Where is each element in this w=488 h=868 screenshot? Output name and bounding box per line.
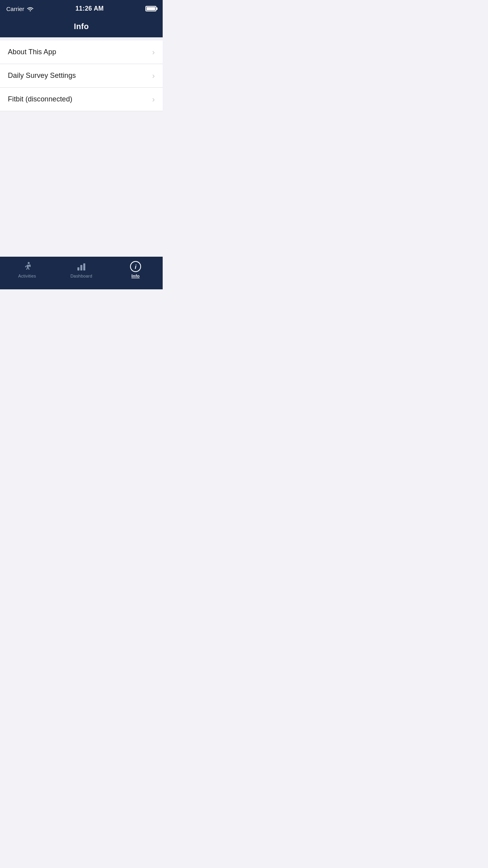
menu-item-fitbit-label: Fitbit (disconnected)	[8, 95, 72, 103]
status-bar: Carrier 11:26 AM	[0, 0, 163, 17]
menu-item-about-label: About This App	[8, 48, 56, 56]
main-content: About This App › Daily Survey Settings ›…	[0, 37, 163, 257]
nav-header: Info	[0, 17, 163, 37]
chevron-right-icon: ›	[152, 48, 155, 57]
info-icon: i	[130, 261, 141, 272]
chevron-right-icon: ›	[152, 71, 155, 80]
dashboard-icon	[76, 261, 87, 272]
info-circle-icon: i	[130, 261, 141, 272]
page-title: Info	[6, 22, 156, 31]
svg-rect-3	[81, 265, 83, 270]
wifi-icon	[27, 6, 34, 11]
tab-activities[interactable]: Activities	[0, 261, 54, 278]
carrier-label: Carrier	[6, 6, 24, 12]
tab-bar: Activities Dashboard i Info	[0, 257, 163, 289]
svg-point-1	[28, 262, 30, 264]
menu-item-about[interactable]: About This App ›	[0, 40, 163, 64]
carrier-info: Carrier	[6, 6, 34, 12]
tab-info[interactable]: i Info	[108, 261, 163, 278]
menu-list: About This App › Daily Survey Settings ›…	[0, 40, 163, 111]
menu-item-survey[interactable]: Daily Survey Settings ›	[0, 64, 163, 88]
svg-point-0	[29, 10, 31, 11]
menu-item-survey-label: Daily Survey Settings	[8, 72, 76, 80]
tab-dashboard-label: Dashboard	[70, 274, 92, 278]
activities-icon	[22, 261, 33, 272]
battery-indicator	[145, 6, 156, 11]
svg-rect-2	[77, 267, 79, 270]
time-display: 11:26 AM	[75, 5, 104, 12]
tab-info-label: Info	[132, 274, 140, 278]
tab-activities-label: Activities	[18, 274, 36, 278]
battery-icon	[145, 6, 156, 11]
tab-dashboard[interactable]: Dashboard	[54, 261, 108, 278]
svg-rect-4	[83, 263, 85, 270]
chevron-right-icon: ›	[152, 95, 155, 104]
menu-item-fitbit[interactable]: Fitbit (disconnected) ›	[0, 88, 163, 111]
